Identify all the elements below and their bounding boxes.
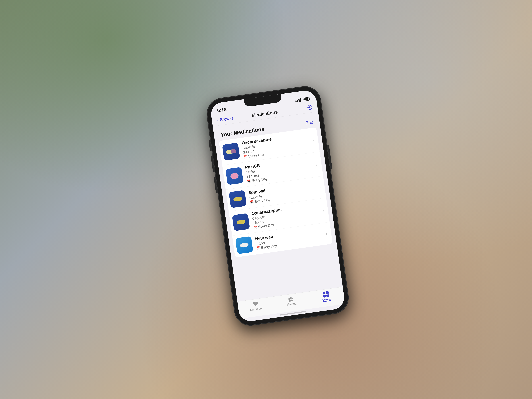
pill-tablet-pink: [229, 171, 240, 181]
signal-bar-4: [300, 98, 302, 102]
back-button[interactable]: ‹ Browse: [217, 115, 234, 123]
calendar-icon-2: 📅: [247, 179, 251, 183]
nav-title: Medications: [251, 109, 278, 118]
heart-icon: [252, 301, 259, 307]
calendar-icon-4: 📅: [253, 225, 257, 229]
pill-tablet-yellow-rounded: [232, 195, 243, 203]
pill-tablet-white-oval: [239, 241, 250, 249]
signal-bar-3: [298, 99, 300, 102]
med-icon-3: [229, 190, 247, 208]
signal-bar-1: [295, 101, 297, 102]
medications-list: Oxcarbazepine Capsule 300 mg 📅 Every Day…: [219, 127, 333, 257]
grid-sq-3: [323, 295, 326, 298]
tab-summary-label: Summary: [250, 307, 263, 312]
edit-button[interactable]: Edit: [305, 120, 313, 125]
med-icon-1: [222, 143, 240, 161]
chevron-right-4: ›: [322, 208, 324, 213]
svg-point-12: [240, 242, 249, 248]
grid-sq-2: [326, 291, 329, 294]
nav-action-button[interactable]: [307, 105, 312, 110]
grid-sq-1: [323, 291, 325, 294]
chevron-right-5: ›: [325, 231, 328, 236]
med-icon-5: [235, 236, 253, 254]
battery-fill: [303, 98, 308, 101]
med-icon-4: [232, 213, 250, 231]
calendar-icon-3: 📅: [250, 200, 254, 204]
calendar-icon-5: 📅: [256, 246, 260, 250]
back-button-label: Browse: [219, 116, 234, 122]
signal-icon: [295, 98, 301, 102]
back-chevron-icon: ‹: [217, 118, 219, 123]
svg-point-6: [230, 172, 239, 179]
signal-bar-2: [297, 100, 298, 102]
tab-browse[interactable]: Browse: [308, 289, 344, 304]
tab-summary[interactable]: Summary: [238, 299, 274, 313]
browse-grid-icon: [323, 291, 329, 298]
grid-sq-4: [326, 294, 329, 297]
svg-rect-10: [236, 220, 245, 225]
plus-icon: [307, 105, 312, 110]
status-icons: [295, 97, 310, 102]
chevron-right-3: ›: [319, 185, 321, 190]
battery-icon: [303, 97, 310, 101]
svg-line-2: [309, 107, 311, 108]
tab-sharing-inner: Sharing: [285, 296, 297, 307]
sharing-icon: [287, 296, 294, 302]
status-time: 6:18: [217, 107, 227, 113]
tab-sharing-label: Sharing: [286, 302, 297, 307]
pill-capsule-yellow-2: [235, 218, 247, 226]
med-icon-2: [225, 167, 244, 185]
svg-rect-8: [233, 196, 242, 202]
tab-browse-inner: Browse: [321, 291, 332, 302]
pill-capsule-yellow-purple: [225, 148, 237, 156]
chevron-right-2: ›: [316, 162, 318, 167]
calendar-icon-1: 📅: [243, 155, 247, 159]
tab-summary-inner: Summary: [249, 300, 263, 312]
chevron-right-1: ›: [312, 138, 314, 143]
tab-sharing[interactable]: Sharing: [273, 294, 309, 308]
